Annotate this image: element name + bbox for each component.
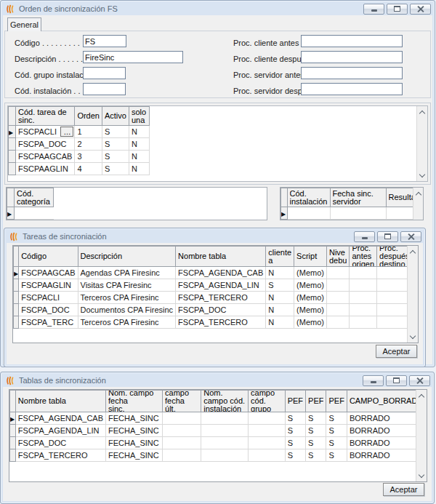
cell[interactable]: S	[306, 425, 326, 437]
cell[interactable]: BORRADO	[347, 425, 426, 437]
cell[interactable]	[201, 449, 249, 462]
cell[interactable]: S	[285, 425, 305, 437]
column-header-campo-borrado[interactable]: CAMPO_BORRADO	[347, 391, 426, 412]
cell[interactable]: Visitas CPA Firesinc	[78, 279, 176, 292]
column-header-descripcion[interactable]: Descripción	[78, 247, 176, 267]
table-row[interactable]: FSCPAAGCAB Agendas CPA Firesinc FSCPA_AG…	[14, 267, 419, 279]
cell[interactable]: 2	[75, 138, 102, 151]
table-row[interactable]	[7, 207, 54, 220]
column-header-cod-categoria[interactable]: Cód. categoría	[15, 188, 54, 207]
cell[interactable]: (Memo)	[294, 304, 327, 316]
column-header-cod-instalacion[interactable]: Cód. instalación	[287, 188, 330, 207]
cell[interactable]: N	[129, 163, 149, 175]
column-header-codigo[interactable]: Código	[19, 247, 78, 267]
cell[interactable]: FSCPA_AGENDA_LIN	[176, 279, 266, 292]
aceptar-button[interactable]: Aceptar	[376, 345, 417, 358]
cell[interactable]: S	[102, 138, 129, 151]
cell[interactable]: N	[266, 304, 294, 316]
row-selector[interactable]	[14, 292, 19, 304]
cell[interactable]: S	[326, 449, 347, 462]
cell[interactable]	[163, 425, 201, 437]
cell[interactable]: FSCPAAGCAB	[19, 267, 78, 279]
cell[interactable]: (Memo)	[294, 279, 327, 292]
cell[interactable]	[326, 267, 349, 279]
cell[interactable]	[350, 279, 377, 292]
cell[interactable]: FSCPACLI…	[16, 126, 75, 138]
cell[interactable]: FECHA_SINC	[106, 425, 163, 437]
cell[interactable]: N	[266, 292, 294, 304]
cell[interactable]: N	[129, 151, 149, 163]
aceptar-button[interactable]: Aceptar	[383, 483, 424, 496]
cell[interactable]: S	[266, 279, 294, 292]
cell[interactable]: FSCPA_TERCERO	[15, 449, 105, 462]
row-selector[interactable]	[9, 163, 16, 175]
maximize-button[interactable]	[377, 231, 398, 242]
cell[interactable]	[350, 292, 377, 304]
table-row[interactable]: FSCPA_TERC Terceros CPA Firesinc FSCPA_T…	[14, 316, 419, 329]
chevron-down-icon[interactable]	[419, 472, 424, 478]
cell[interactable]: S	[102, 151, 129, 163]
chevron-down-icon[interactable]	[410, 333, 416, 339]
cell[interactable]: (Memo)	[294, 316, 327, 329]
codigo-input[interactable]	[83, 35, 126, 47]
cell[interactable]	[249, 412, 286, 425]
cell[interactable]: FSCPA_DOC	[16, 138, 75, 151]
chevron-up-icon[interactable]	[415, 192, 421, 198]
row-selector[interactable]	[14, 316, 19, 329]
column-header-activo[interactable]: Activo	[102, 107, 129, 126]
cell[interactable]	[163, 437, 201, 449]
proc-servidor-antes-input[interactable]	[301, 67, 403, 79]
cell[interactable]: 1	[75, 126, 102, 138]
column-header-nombre-tabla[interactable]: Nombre tabla	[176, 247, 266, 267]
column-header-campo-fecha-ult-cambio[interactable]: Nom. campo fecha últ. cambio	[163, 391, 201, 412]
cell[interactable]	[163, 412, 201, 425]
cell[interactable]: N	[129, 126, 149, 138]
column-header-cliente[interactable]: cliente a	[266, 247, 294, 267]
cell[interactable]: S	[326, 437, 347, 449]
titlebar[interactable]: Tareas de sincroniación	[4, 228, 425, 243]
chevron-up-icon[interactable]	[410, 250, 416, 256]
cell[interactable]	[287, 207, 330, 220]
cell[interactable]: FSCPACLI	[19, 292, 78, 304]
cell[interactable]	[350, 316, 377, 329]
table-row[interactable]: FSCPACLI… 1 S N	[9, 126, 150, 138]
cell[interactable]: S	[285, 412, 305, 425]
titlebar[interactable]: Orden de sincronización FS	[1, 1, 435, 15]
table-row[interactable]: FSCPA_DOC 2 S N	[9, 138, 150, 151]
table-row[interactable]: FSCPA_DOC FECHA_SINC S S S BORRADO	[10, 437, 427, 449]
column-header-orden[interactable]: Orden	[75, 107, 102, 126]
cell[interactable]: S	[306, 449, 326, 462]
cell[interactable]: (Memo)	[294, 267, 327, 279]
column-header-per2[interactable]: PEF	[306, 391, 326, 412]
chevron-up-icon[interactable]	[419, 111, 425, 116]
cell[interactable]	[249, 449, 286, 462]
cell[interactable]: FSCPA_AGENDA_CAB	[176, 267, 266, 279]
descripcion-input[interactable]	[83, 51, 183, 63]
cell[interactable]: S	[306, 412, 326, 425]
cell[interactable]: FSCPA_AGENDA_LIN	[15, 425, 105, 437]
row-selector[interactable]	[10, 449, 16, 462]
cell[interactable]: S	[285, 437, 305, 449]
cell[interactable]	[350, 304, 377, 316]
chevron-up-icon[interactable]	[419, 394, 424, 400]
cell[interactable]: S	[102, 163, 129, 175]
cell[interactable]: FECHA_SINC	[106, 412, 163, 425]
table-row[interactable]: FSCPACLI Terceros CPA Firesinc FSCPA_TER…	[14, 292, 419, 304]
minimize-button[interactable]	[354, 231, 375, 242]
cell[interactable]: S	[326, 425, 347, 437]
cell[interactable]: FSCPAAGLIN	[19, 279, 78, 292]
column-header-solo-una[interactable]: solo una	[129, 107, 149, 126]
cell[interactable]	[350, 267, 377, 279]
column-header-script[interactable]: Script	[294, 247, 327, 267]
cell[interactable]: BORRADO	[347, 437, 426, 449]
table-row[interactable]: FSCPAAGCAB 3 S N	[9, 151, 150, 163]
close-button[interactable]	[410, 4, 431, 15]
vertical-scrollbar[interactable]	[416, 390, 427, 481]
close-button[interactable]	[409, 375, 430, 386]
cell[interactable]: BORRADO	[347, 449, 426, 462]
cell[interactable]	[201, 425, 249, 437]
cell[interactable]	[201, 437, 249, 449]
cell[interactable]	[249, 437, 286, 449]
cell[interactable]: (Memo)	[294, 292, 327, 304]
cell[interactable]: S	[285, 449, 305, 462]
